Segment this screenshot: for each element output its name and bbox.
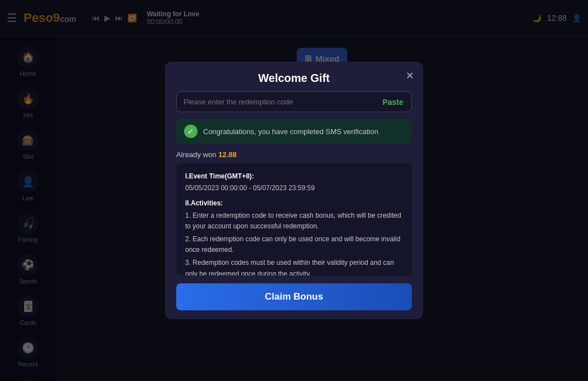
close-button[interactable]: ✕ [406, 70, 414, 82]
verification-text: Congratulations, you have completed SMS … [203, 127, 378, 136]
terms-rule1: 1. Enter a redemption code to receive ca… [185, 210, 403, 232]
modal-overlay[interactable]: Welcome Gift ✕ Paste ✓ Congratulations, … [0, 0, 588, 381]
check-icon: ✓ [184, 125, 197, 138]
modal-header: Welcome Gift [165, 62, 423, 91]
redemption-input[interactable] [177, 92, 375, 112]
terms-rule3: 3. Redemption codes must be used within … [185, 258, 403, 276]
terms-section1-date: 05/05/2023 00:00:00 - 05/07/2023 23:59:5… [185, 183, 403, 194]
modal-title: Welcome Gift [258, 72, 329, 84]
terms-section2-heading: II.Activities: [185, 198, 403, 209]
won-row: Already won 12.88 [176, 150, 412, 159]
won-amount: 12.88 [218, 150, 237, 159]
verification-banner: ✓ Congratulations, you have completed SM… [176, 119, 412, 144]
terms-rule2: 2. Each redemption code can only be used… [185, 234, 403, 255]
terms-section1-heading: I.Event Time(GMT+8): [185, 171, 403, 182]
redemption-row: Paste [176, 91, 412, 112]
claim-bonus-button[interactable]: Claim Bonus [176, 283, 412, 310]
paste-button[interactable]: Paste [375, 98, 411, 107]
welcome-gift-modal: Welcome Gift ✕ Paste ✓ Congratulations, … [165, 62, 423, 319]
already-won-prefix: Already won [176, 150, 217, 159]
terms-scroll[interactable]: I.Event Time(GMT+8): 05/05/2023 00:00:00… [176, 163, 412, 276]
